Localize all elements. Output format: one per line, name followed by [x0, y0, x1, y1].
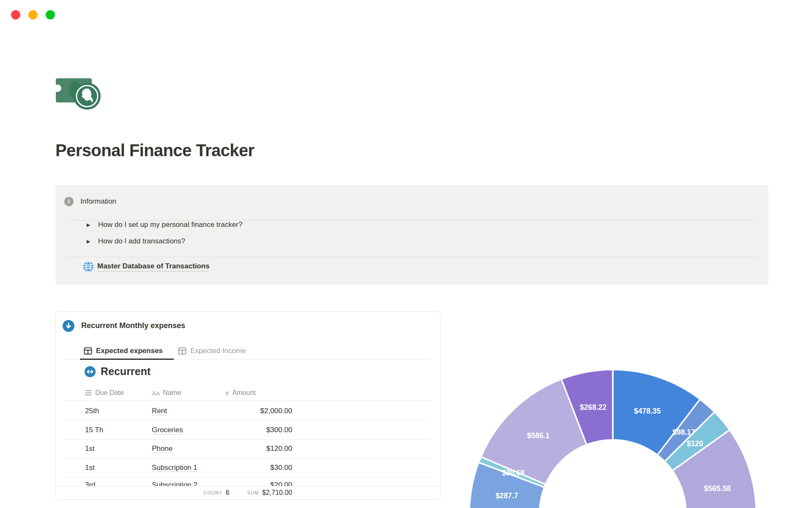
- toggle-label: How do I set up my personal finance trac…: [98, 221, 242, 229]
- table-icon: [84, 347, 92, 355]
- link-label[interactable]: Master Database of Transactions: [97, 262, 209, 271]
- database-link[interactable]: Master Database of Transactions: [83, 261, 209, 272]
- dollar-banknote-icon[interactable]: [55, 77, 102, 111]
- zoom-button[interactable]: [46, 10, 55, 19]
- count-value: 6: [225, 489, 229, 497]
- aa-icon: Aa: [152, 389, 159, 397]
- sum-label[interactable]: SUM: [247, 490, 258, 495]
- info-icon: i: [64, 197, 74, 206]
- column-header-amount[interactable]: # Amount: [225, 388, 255, 398]
- toggle-arrow-icon[interactable]: ▶: [87, 222, 98, 228]
- cell-name[interactable]: Phone: [152, 444, 173, 454]
- tab-expected-income[interactable]: Expected Income: [178, 345, 246, 356]
- expenses-card: Recurrent Monthly expenses Expected expe…: [55, 311, 441, 500]
- divider: [68, 257, 756, 257]
- toggle-item-add-transactions[interactable]: ▶ How do I add transactions?: [87, 236, 185, 246]
- column-label: Name: [163, 389, 181, 397]
- card-title: Recurrent Monthly expenses: [81, 321, 185, 330]
- chart-label: $287.7: [496, 491, 518, 500]
- cell-due-date[interactable]: 15 Th: [85, 425, 103, 435]
- tab-label: Expected Income: [190, 347, 246, 355]
- column-label: Due Date: [95, 389, 124, 397]
- divider: [65, 420, 431, 421]
- divider: [65, 439, 431, 440]
- globe-icon: [83, 261, 94, 272]
- table-icon: [178, 347, 187, 355]
- cell-name[interactable]: Groceries: [152, 425, 183, 435]
- cell-amount[interactable]: $300.00: [195, 425, 292, 435]
- cell-amount[interactable]: $120.00: [195, 444, 292, 454]
- cell-due-date[interactable]: 1st: [85, 444, 95, 454]
- divider: [65, 458, 431, 458]
- count-label[interactable]: COUNT: [203, 490, 222, 495]
- tab-expected-expenses[interactable]: Expected expenses: [84, 345, 163, 356]
- page-title: Personal Finance Tracker: [55, 141, 254, 160]
- donut-chart[interactable]: $478.35$98.17$120$565.58$287.7$30.68$586…: [448, 364, 812, 508]
- section-title: Recurrent: [101, 365, 151, 378]
- column-header-due-date[interactable]: Due Date: [85, 388, 124, 398]
- chart-label: $268.22: [580, 403, 607, 411]
- cell-due-date[interactable]: 25th: [85, 406, 99, 416]
- chart-label: $120: [687, 439, 703, 448]
- active-tab-underline: [80, 359, 174, 360]
- table-footer[interactable]: COUNT 6 SUM $2,710.00: [56, 486, 441, 499]
- divider: [65, 477, 431, 478]
- toggle-arrow-icon[interactable]: ▶: [87, 239, 98, 244]
- info-callout: i Information ▶ How do I set up my perso…: [55, 185, 768, 284]
- tab-label: Expected expenses: [96, 347, 163, 355]
- lines-icon: [85, 390, 92, 396]
- chart-label: $30.68: [502, 469, 525, 477]
- callout-title: Information: [80, 197, 116, 206]
- close-button[interactable]: [11, 10, 20, 19]
- minimize-button[interactable]: [28, 10, 38, 19]
- cell-amount[interactable]: $2,000.00: [195, 406, 292, 416]
- chart-label: $586.1: [527, 431, 550, 440]
- divider: [65, 400, 431, 401]
- chart-label: $98.17: [672, 428, 695, 436]
- sum-value: $2,710.00: [262, 489, 292, 497]
- hash-icon: #: [225, 389, 229, 397]
- toggle-item-setup[interactable]: ▶ How do I set up my personal finance tr…: [87, 220, 242, 230]
- column-label: Amount: [232, 389, 255, 397]
- cell-name[interactable]: Subscription 1: [152, 463, 198, 473]
- cell-amount[interactable]: $30.00: [195, 463, 292, 473]
- left-right-arrows-circle-icon: [85, 366, 96, 377]
- toggle-label: How do I add transactions?: [98, 237, 185, 246]
- column-header-name[interactable]: Aa Name: [152, 388, 181, 398]
- arrow-down-circle-icon: [63, 320, 74, 332]
- chart-label: $565.58: [704, 484, 731, 493]
- chart-label: $478.35: [634, 407, 661, 415]
- cell-due-date[interactable]: 1st: [85, 463, 95, 473]
- cell-name[interactable]: Rent: [152, 406, 167, 416]
